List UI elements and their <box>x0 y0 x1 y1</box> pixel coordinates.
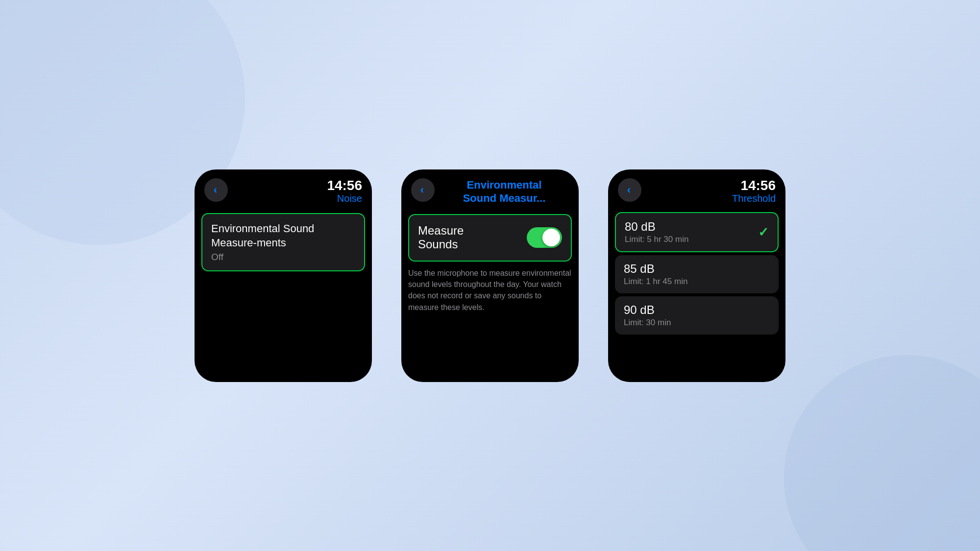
screen2-header: ‹ Environmental Sound Measur... <box>401 169 579 210</box>
threshold-item-80db[interactable]: 80 dB Limit: 5 hr 30 min ✓ <box>615 212 779 252</box>
screen3-nav-title: Threshold <box>641 193 776 204</box>
screen3-back-chevron-icon: ‹ <box>627 184 631 196</box>
screen2-back-button[interactable]: ‹ <box>411 178 435 202</box>
screen3-title-group: 14:56 Threshold <box>641 178 776 205</box>
screen1-back-button[interactable]: ‹ <box>204 178 228 202</box>
screen1-item-title: Environmental Sound Measure-ments <box>211 222 355 250</box>
threshold-85db-limit: Limit: 1 hr 45 min <box>624 277 687 287</box>
measure-sounds-toggle-row[interactable]: Measure Sounds <box>408 214 572 262</box>
screen2-description: Use the microphone to measure environmen… <box>408 267 572 313</box>
threshold-90db-text: 90 dB Limit: 30 min <box>624 303 671 328</box>
watch-screen-3: ‹ 14:56 Threshold 80 dB Limit: 5 hr 30 m… <box>608 169 785 382</box>
threshold-85db-value: 85 dB <box>624 262 687 276</box>
threshold-80db-value: 80 dB <box>625 220 688 234</box>
threshold-90db-value: 90 dB <box>624 303 671 317</box>
toggle-knob <box>542 229 560 246</box>
measure-sounds-toggle[interactable] <box>527 227 562 248</box>
screen1-title-group: 14:56 Noise <box>228 178 362 205</box>
screen1-header: ‹ 14:56 Noise <box>195 169 372 210</box>
watch-screen-1: ‹ 14:56 Noise Environmental Sound Measur… <box>195 169 372 382</box>
threshold-85db-text: 85 dB Limit: 1 hr 45 min <box>624 262 687 287</box>
screen2-back-chevron-icon: ‹ <box>420 184 424 196</box>
screen3-back-button[interactable]: ‹ <box>618 178 641 202</box>
watch-screen-2: ‹ Environmental Sound Measur... Measure … <box>401 169 579 382</box>
screen3-time: 14:56 <box>641 178 776 193</box>
threshold-80db-limit: Limit: 5 hr 30 min <box>625 235 688 244</box>
screen1-item-status: Off <box>211 252 355 263</box>
threshold-80db-checkmark-icon: ✓ <box>758 225 769 240</box>
threshold-item-90db[interactable]: 90 dB Limit: 30 min <box>615 296 779 335</box>
threshold-90db-limit: Limit: 30 min <box>624 318 671 328</box>
measure-sounds-label: Measure Sounds <box>418 224 464 252</box>
screen1-time: 14:56 <box>233 178 362 193</box>
threshold-item-85db[interactable]: 85 dB Limit: 1 hr 45 min <box>615 255 779 293</box>
screen1-back-chevron-icon: ‹ <box>214 184 217 196</box>
threshold-80db-text: 80 dB Limit: 5 hr 30 min <box>625 220 688 244</box>
screen3-header: ‹ 14:56 Threshold <box>608 169 785 210</box>
screens-container: ‹ 14:56 Noise Environmental Sound Measur… <box>195 169 785 382</box>
screen1-env-sound-item[interactable]: Environmental Sound Measure-ments Off <box>201 213 365 271</box>
screen1-nav-title: Noise <box>233 193 362 204</box>
screen2-title-group: Environmental Sound Measur... <box>440 178 569 205</box>
screen2-nav-title: Environmental Sound Measur... <box>440 178 569 205</box>
